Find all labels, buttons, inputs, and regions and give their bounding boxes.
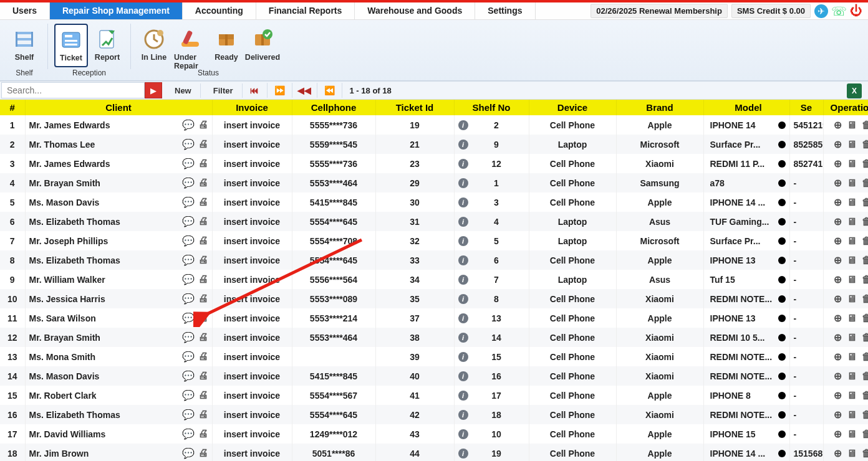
invoice-cell[interactable]: insert invoice	[212, 386, 292, 405]
monitor-icon[interactable]: 🖥	[847, 409, 857, 421]
add-icon[interactable]: ⊕	[834, 254, 842, 266]
invoice-cell[interactable]: insert invoice	[212, 135, 292, 154]
nav-prev[interactable]: ⏪	[317, 83, 342, 98]
table-row[interactable]: 17 Mr. David Williams 💬 🖨 insert invoice…	[0, 424, 868, 444]
info-icon[interactable]: i	[458, 294, 468, 304]
chat-icon[interactable]: 💬	[182, 235, 195, 247]
table-row[interactable]: 2 Mr. Thomas Lee 💬 🖨 insert invoice 5559…	[0, 135, 868, 154]
column-header[interactable]: Device	[529, 100, 616, 115]
column-header[interactable]: Shelf No	[454, 100, 529, 115]
add-icon[interactable]: ⊕	[834, 331, 842, 343]
whatsapp-icon[interactable]: ☏	[832, 4, 846, 18]
print-icon[interactable]: 🖨	[198, 196, 208, 208]
chat-icon[interactable]: 💬	[182, 293, 195, 305]
nav-next[interactable]: ⏩	[268, 83, 292, 98]
table-row[interactable]: 6 Ms. Elizabeth Thomas 💬 🖨 insert invoic…	[0, 212, 868, 231]
trash-icon[interactable]: 🗑	[862, 293, 869, 305]
invoice-cell[interactable]: insert invoice	[212, 444, 292, 461]
info-icon[interactable]: i	[458, 410, 468, 420]
chat-icon[interactable]: 💬	[182, 312, 195, 324]
add-icon[interactable]: ⊕	[834, 312, 842, 324]
trash-icon[interactable]: 🗑	[862, 235, 869, 247]
print-icon[interactable]: 🖨	[198, 235, 208, 247]
telegram-icon[interactable]: ✈	[814, 4, 828, 18]
search-go-button[interactable]: ▶	[145, 82, 162, 98]
chat-icon[interactable]: 💬	[182, 196, 195, 208]
trash-icon[interactable]: 🗑	[862, 178, 869, 189]
monitor-icon[interactable]: 🖥	[847, 274, 857, 285]
filter-button[interactable]: Filter	[205, 83, 243, 98]
add-icon[interactable]: ⊕	[834, 196, 842, 208]
table-row[interactable]: 5 Ms. Mason Davis 💬 🖨 insert invoice 541…	[0, 192, 868, 212]
info-icon[interactable]: i	[458, 178, 468, 188]
table-row[interactable]: 9 Mr. William Walker 💬 🖨 insert invoice …	[0, 270, 868, 289]
trash-icon[interactable]: 🗑	[862, 313, 869, 324]
print-icon[interactable]: 🖨	[198, 119, 208, 131]
print-icon[interactable]: 🖨	[198, 428, 208, 440]
table-row[interactable]: 10 Ms. Jessica Harris 💬 🖨 insert invoice…	[0, 289, 868, 308]
monitor-icon[interactable]: 🖥	[847, 178, 857, 189]
print-icon[interactable]: 🖨	[198, 331, 208, 343]
trash-icon[interactable]: 🗑	[862, 120, 869, 131]
monitor-icon[interactable]: 🖥	[847, 429, 857, 440]
new-button[interactable]: New	[166, 83, 201, 98]
trash-icon[interactable]: 🗑	[862, 255, 869, 266]
print-icon[interactable]: 🖨	[198, 254, 208, 266]
info-icon[interactable]: i	[458, 120, 468, 130]
info-icon[interactable]: i	[458, 255, 468, 265]
chat-icon[interactable]: 💬	[182, 331, 195, 343]
trash-icon[interactable]: 🗑	[862, 216, 869, 227]
info-icon[interactable]: i	[458, 333, 468, 343]
add-icon[interactable]: ⊕	[834, 351, 842, 363]
print-icon[interactable]: 🖨	[198, 351, 208, 363]
add-icon[interactable]: ⊕	[834, 409, 842, 421]
trash-icon[interactable]: 🗑	[862, 448, 869, 459]
print-icon[interactable]: 🖨	[198, 409, 208, 421]
trash-icon[interactable]: 🗑	[862, 139, 869, 150]
table-row[interactable]: 15 Mr. Robert Clark 💬 🖨 insert invoice 5…	[0, 386, 868, 405]
chat-icon[interactable]: 💬	[182, 138, 195, 150]
add-icon[interactable]: ⊕	[834, 158, 842, 169]
monitor-icon[interactable]: 🖥	[847, 390, 857, 401]
add-icon[interactable]: ⊕	[834, 177, 842, 189]
monitor-icon[interactable]: 🖥	[847, 197, 857, 208]
ribbon-report-button[interactable]: Report	[90, 24, 124, 67]
monitor-icon[interactable]: 🖥	[847, 293, 857, 305]
trash-icon[interactable]: 🗑	[862, 390, 869, 401]
table-row[interactable]: 8 Ms. Elizabeth Thomas 💬 🖨 insert invoic…	[0, 250, 868, 270]
invoice-cell[interactable]: insert invoice	[212, 424, 292, 444]
column-header[interactable]: Model	[703, 100, 789, 115]
print-icon[interactable]: 🖨	[198, 273, 208, 285]
monitor-icon[interactable]: 🖥	[847, 332, 857, 343]
table-row[interactable]: 12 Mr. Brayan Smith 💬 🖨 insert invoice 5…	[0, 328, 868, 347]
print-icon[interactable]: 🖨	[198, 158, 208, 169]
invoice-cell[interactable]: insert invoice	[212, 308, 292, 328]
chat-icon[interactable]: 💬	[182, 447, 195, 459]
print-icon[interactable]: 🖨	[198, 370, 208, 382]
invoice-cell[interactable]: insert invoice	[212, 192, 292, 212]
add-icon[interactable]: ⊕	[834, 389, 842, 401]
table-row[interactable]: 3 Mr. James Edwards 💬 🖨 insert invoice 5…	[0, 154, 868, 173]
table-row[interactable]: 16 Ms. Elizabeth Thomas 💬 🖨 insert invoi…	[0, 405, 868, 424]
table-row[interactable]: 13 Ms. Mona Smith 💬 🖨 insert invoice 39 …	[0, 347, 868, 366]
info-icon[interactable]: i	[458, 197, 468, 207]
monitor-icon[interactable]: 🖥	[847, 351, 857, 363]
monitor-icon[interactable]: 🖥	[847, 255, 857, 266]
invoice-cell[interactable]: insert invoice	[212, 250, 292, 270]
chat-icon[interactable]: 💬	[182, 389, 195, 401]
print-icon[interactable]: 🖨	[198, 138, 208, 150]
add-icon[interactable]: ⊕	[834, 370, 842, 382]
print-icon[interactable]: 🖨	[198, 293, 208, 305]
info-icon[interactable]: i	[458, 429, 468, 439]
monitor-icon[interactable]: 🖥	[847, 313, 857, 324]
table-row[interactable]: 18 Mr. Jim Brown 💬 🖨 insert invoice 5051…	[0, 444, 868, 461]
power-icon[interactable]: ⏻	[849, 4, 863, 18]
column-header[interactable]: Client	[25, 100, 212, 115]
nav-first[interactable]: ⏮	[243, 83, 268, 98]
add-icon[interactable]: ⊕	[834, 273, 842, 285]
search-input[interactable]	[1, 82, 145, 98]
trash-icon[interactable]: 🗑	[862, 332, 869, 343]
nav-prev-page[interactable]: ◀◀	[292, 83, 317, 98]
monitor-icon[interactable]: 🖥	[847, 371, 857, 382]
ribbon-in-line-button[interactable]: In Line	[137, 24, 171, 67]
